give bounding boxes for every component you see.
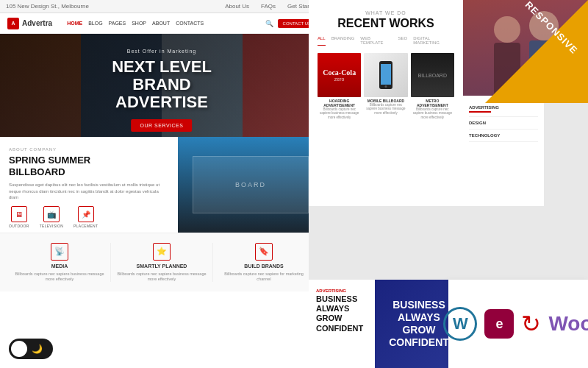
responsive-badge-container: RESPONSIVE	[485, 0, 588, 103]
television-icon: 📺	[43, 206, 60, 222]
elementor-plugin: e	[484, 309, 514, 339]
filter-all[interactable]: ALL	[318, 36, 326, 46]
about-text: Suspendisse eget dapibus elit nec leo fa…	[9, 182, 169, 200]
dark-mode-toggle[interactable]: 🌙	[9, 339, 53, 359]
outdoor-label: OUTDOOR	[9, 224, 29, 228]
works-grid: Coca-Cola zero HOARDING ADVERTISEMENT Bi…	[318, 53, 454, 119]
nav-link-pages[interactable]: PAGES	[109, 21, 126, 26]
feature-media: 📡 MEDIA Billboards capture nec sapiere b…	[9, 243, 111, 282]
nav-link-home[interactable]: HOME	[67, 21, 82, 26]
icon-outdoor: 🖥 OUTDOOR	[9, 206, 29, 228]
toggle-circle	[11, 341, 27, 357]
moon-icon: 🌙	[32, 344, 43, 354]
address-bar: 105 New Design St., Melbourne About Us F…	[0, 0, 323, 13]
work-desc-2: Billboards capture nec sapiere business …	[364, 103, 407, 115]
services-list: ADVERTISING Design TECHNOLOGY	[463, 96, 544, 206]
works-title: RECENT WORKS	[318, 17, 454, 30]
placement-icon: 📌	[78, 206, 94, 222]
service-item-design[interactable]: Design	[469, 117, 538, 130]
logo-icon: A	[7, 18, 19, 29]
business-title: BUSINESS ALWAYS GROW CONFIDENT	[316, 294, 368, 333]
elementor-icon: e	[484, 309, 514, 339]
planned-icon: ⭐	[153, 243, 171, 261]
works-filter: ALL BRANDING WEB TEMPLATE SEO DIGITAL MA…	[318, 36, 454, 46]
brands-icon: 🔖	[255, 243, 273, 261]
nav-link-shop[interactable]: SHOP	[132, 21, 146, 26]
nav-link-contacts[interactable]: CONTACTS	[176, 21, 204, 26]
feature-planned: ⭐ SMARTLY PLANNED Billboards capture nec…	[111, 243, 213, 282]
icon-television: 📺 TELEVISION	[40, 206, 63, 228]
logo: A Advertra	[7, 18, 52, 29]
service-technology-title: TECHNOLOGY	[469, 133, 538, 138]
cocacola-img: Coca-Cola zero	[318, 53, 361, 97]
feature-planned-text: Billboards capture nec sapiere business …	[117, 272, 207, 282]
wp-symbol: W	[453, 314, 468, 333]
about-title: SPRING SUMMER BILLBOARD	[9, 155, 169, 177]
billboard-img: BILLBOARD	[411, 53, 454, 97]
works-tag: WHAT WE DO	[318, 10, 454, 15]
phone-img	[364, 53, 407, 97]
icon-placement: 📌 PLACEMENT	[74, 206, 98, 228]
nav-link-blog[interactable]: BLOG	[88, 21, 102, 26]
work-desc-1: Billboards capture nec sapiere business …	[318, 107, 361, 119]
svg-point-9	[384, 85, 387, 88]
business-section: ADVERTISING BUSINESS ALWAYS GROW CONFIDE…	[309, 280, 463, 368]
nav-link-about[interactable]: ABOUT	[152, 21, 170, 26]
address-text: 105 New Design St., Melbourne	[6, 3, 89, 10]
service-advertising-title: ADVERTISING	[469, 105, 538, 110]
top-links: About Us FAQs Get Started	[225, 3, 318, 10]
wordpress-plugin: W	[443, 307, 477, 341]
refresh-plugin: ↻	[521, 310, 541, 338]
nav-links: HOME BLOG PAGES SHOP ABOUT CONTACTS	[67, 21, 204, 26]
filter-digital[interactable]: DIGITAL MARKETING	[413, 36, 454, 46]
feature-planned-title: SMARTLY PLANNED	[137, 263, 187, 269]
hero-subtitle: Best Offer in Marketing	[112, 49, 212, 54]
woo-plugin: Woo	[548, 312, 588, 336]
filter-seo[interactable]: SEO	[398, 36, 408, 46]
service-design-title: Design	[469, 121, 538, 125]
logo-text: Advertra	[22, 19, 52, 27]
media-icon: 📡	[51, 243, 68, 261]
television-label: TELEVISION	[40, 224, 63, 228]
work-desc-3: Billboards capture nec sapiere business …	[411, 107, 454, 119]
billboard-visual: BOARD	[193, 156, 309, 213]
search-icon[interactable]: 🔍	[265, 20, 273, 27]
work-label-3: METRO ADVERTISEMENT	[411, 99, 454, 107]
elementor-symbol: e	[495, 316, 503, 332]
svg-rect-8	[381, 64, 391, 85]
woo-text: Woo	[548, 312, 588, 336]
work-item-2[interactable]: MOBILE BILLBOARD Billboards capture nec …	[364, 53, 407, 119]
about-section: ABOUT COMPANY SPRING SUMMER BILLBOARD Su…	[0, 137, 323, 233]
work-item-1[interactable]: Coca-Cola zero HOARDING ADVERTISEMENT Bi…	[318, 53, 361, 119]
feature-media-text: Billboards capture nec sapiere business …	[15, 272, 104, 282]
refresh-icon: ↻	[521, 310, 541, 338]
work-item-3[interactable]: BILLBOARD METRO ADVERTISEMENT Billboards…	[411, 53, 454, 119]
nav-bar: A Advertra HOME BLOG PAGES SHOP ABOUT CO…	[0, 13, 323, 34]
business-left: ADVERTISING BUSINESS ALWAYS GROW CONFIDE…	[309, 280, 375, 368]
feature-brands: 🔖 BUILD BRANDS Billboards capture nec sa…	[213, 243, 315, 282]
about-icons: 🖥 OUTDOOR 📺 TELEVISION 📌 PLACEMENT	[9, 206, 169, 228]
recent-works: WHAT WE DO RECENT WORKS ALL BRANDING WEB…	[309, 0, 463, 206]
business-tag: ADVERTISING	[316, 289, 368, 293]
right-panel: RESPONSIVE WHAT WE DO RECENT WORKS ALL B…	[309, 0, 588, 368]
feature-brands-title: BUILD BRANDS	[244, 263, 283, 269]
main-wrapper: 105 New Design St., Melbourne About Us F…	[0, 0, 588, 368]
feature-brands-text: Billboards capture nec sapiere for marke…	[219, 272, 309, 282]
placement-label: PLACEMENT	[74, 224, 98, 228]
service-item-technology[interactable]: TECHNOLOGY	[469, 130, 538, 142]
hero-services-btn[interactable]: OUR SERVICES	[132, 119, 193, 132]
billboard-image: BOARD	[178, 137, 323, 233]
service-item-advertising[interactable]: ADVERTISING	[469, 102, 538, 117]
left-panel: 105 New Design St., Melbourne About Us F…	[0, 0, 323, 368]
plugins-section: W e ↻ Woo	[448, 280, 588, 368]
feature-media-title: MEDIA	[51, 263, 68, 269]
wordpress-icon: W	[443, 307, 477, 341]
hero-title: NEXT LEVEL BRAND ADVERTISE	[112, 58, 212, 112]
outdoor-icon: 🖥	[11, 206, 27, 222]
filter-branding[interactable]: BRANDING	[331, 36, 355, 46]
filter-web[interactable]: WEB TEMPLATE	[360, 36, 392, 46]
features-section: 📡 MEDIA Billboards capture nec sapiere b…	[0, 233, 323, 291]
hero-section: Best Offer in Marketing NEXT LEVEL BRAND…	[0, 34, 323, 137]
service-bar	[469, 111, 491, 113]
hero-content: Best Offer in Marketing NEXT LEVEL BRAND…	[112, 49, 212, 132]
